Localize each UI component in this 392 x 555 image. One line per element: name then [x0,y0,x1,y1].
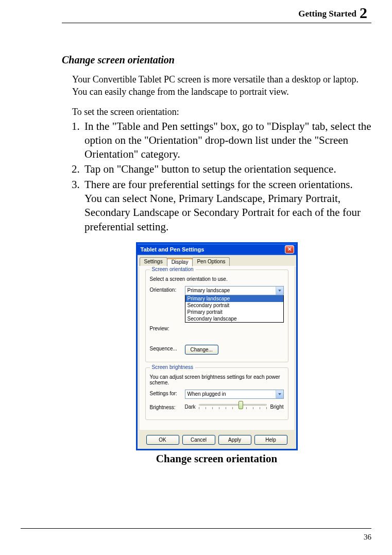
chevron-down-icon[interactable] [276,390,283,398]
orientation-combo[interactable]: Primary landscape Primary landscape Seco… [185,286,284,323]
dialog-body: Screen orientation Select a screen orien… [140,266,294,430]
combo-option[interactable]: Secondary landscape [185,315,283,322]
figure: Tablet and Pen Settings ✕ Settings Displ… [62,242,371,465]
group-screen-brightness: Screen brightness You can adjust screen … [145,367,288,420]
change-button[interactable]: Change... [185,345,218,355]
combo-option[interactable]: Primary portrait [185,309,283,315]
intro-paragraph: Your Convertible Tablet PC screen is mor… [72,73,371,98]
group-legend-brightness: Screen brightness [150,364,196,370]
combo-option[interactable]: Primary landscape [185,295,283,302]
preview-label: Preview: [150,325,185,331]
chevron-down-icon[interactable] [276,287,283,295]
orientation-combo-list: Primary landscape Secondary portrait Pri… [185,295,284,323]
brightness-label: Brightness: [150,403,185,410]
step-item: There are four preferential settings for… [82,178,371,234]
close-icon: ✕ [287,247,292,252]
running-head: Getting Started 2 [62,0,371,22]
group-screen-orientation: Screen orientation Select a screen orien… [145,270,288,362]
lead-in-text: To set the screen orientation: [72,107,371,117]
settings-for-value: When plugged in [188,391,226,397]
close-button[interactable]: ✕ [285,245,294,254]
combo-option[interactable]: Secondary portrait [185,302,283,309]
step-item: Tap on "Change" button to setup the orie… [82,162,371,176]
ok-button[interactable]: OK [146,435,179,445]
brightness-desc: You can adjust screen brightness setting… [150,374,284,385]
orientation-combo-value: Primary landscape [188,288,230,293]
tab-settings[interactable]: Settings [140,257,167,266]
page-number: 36 [21,529,371,542]
header-rule [62,23,371,23]
sequence-label: Sequence... [150,345,185,351]
tabstrip: Settings Display Pen Options [138,255,296,266]
step-item: In the "Table and Pen settings" box, go … [82,120,371,162]
slider-thumb[interactable] [238,401,243,409]
figure-caption: Change screen orientation [156,452,277,465]
settings-for-combo[interactable]: When plugged in [185,390,284,399]
steps-list: In the "Table and Pen settings" box, go … [62,120,371,234]
titlebar[interactable]: Tablet and Pen Settings ✕ [138,244,296,255]
dialog-window: Tablet and Pen Settings ✕ Settings Displ… [136,242,298,450]
apply-button[interactable]: Apply [218,435,251,445]
dialog-button-row: OK Cancel Apply Help [138,432,296,449]
section-heading: Change screen orientation [62,54,371,66]
cancel-button[interactable]: Cancel [182,435,215,445]
section-label: Getting Started [298,9,356,19]
help-button[interactable]: Help [254,435,287,445]
slider-bright-label: Bright [270,404,283,410]
orientation-desc: Select a screen orientation to use. [150,276,284,282]
chapter-number: 2 [360,4,367,21]
brightness-slider[interactable] [199,402,267,412]
settings-for-label: Settings for: [150,390,185,396]
orientation-label: Orientation: [150,286,185,293]
slider-dark-label: Dark [185,404,196,410]
dialog-title: Tablet and Pen Settings [141,246,204,253]
group-legend-orientation: Screen orientation [150,266,196,272]
tab-display[interactable]: Display [167,258,193,266]
tab-pen-options[interactable]: Pen Options [192,257,230,266]
